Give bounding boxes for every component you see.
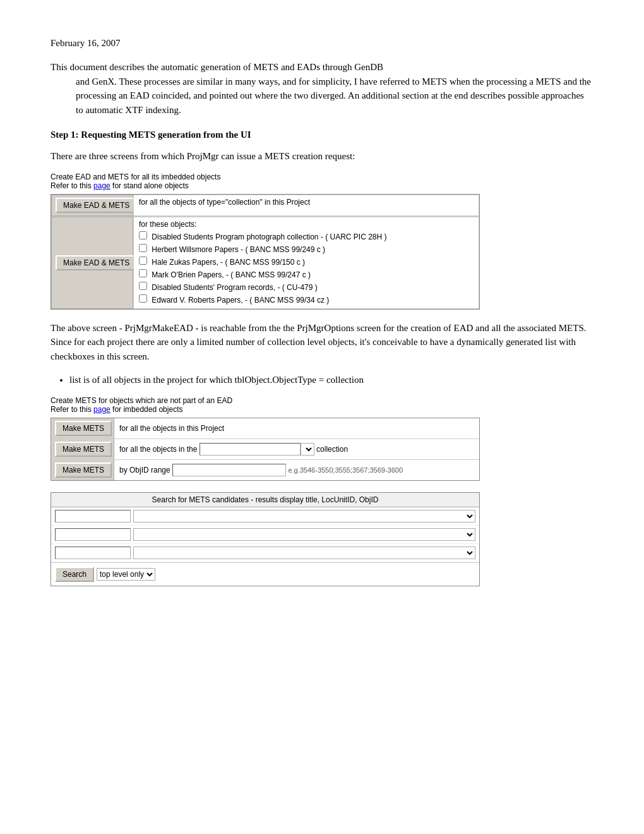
top-level-dropdown[interactable]: top level only xyxy=(97,568,155,581)
search-text-input-3[interactable] xyxy=(55,547,131,559)
checkbox-4[interactable] xyxy=(139,282,147,290)
mets-row2-pre: for all the objects in the xyxy=(119,445,197,454)
search-text-input-2[interactable] xyxy=(55,528,131,541)
ead-mets-row1-desc: for all the objects of type="collection"… xyxy=(133,195,479,216)
checkbox-2[interactable] xyxy=(139,257,147,265)
note2-block: Create METS for objects which are not pa… xyxy=(51,396,593,414)
mets-btn-cell-1: Make METS xyxy=(51,418,114,438)
checkbox-label-1: Herbert Willsmore Papers - ( BANC MSS 99… xyxy=(152,245,325,254)
mets-row3-desc: by ObjID range e.g.3546-3550;3555;3567;3… xyxy=(114,460,479,480)
checkbox-item-5[interactable]: Edward V. Roberts Papers, - ( BANC MSS 9… xyxy=(139,294,474,305)
mets-collection-dropdown[interactable] xyxy=(301,443,314,456)
mets-row2-post: collection xyxy=(316,445,348,454)
search-row-3 xyxy=(51,544,479,562)
note1-text: Create EAD and METS for all its imbedded… xyxy=(51,172,220,181)
intro-text-start: This document describes the automatic ge… xyxy=(51,62,383,72)
checkbox-5[interactable] xyxy=(139,294,147,303)
checkbox-item-2[interactable]: Hale Zukas Papers, - ( BANC MSS 99/150 c… xyxy=(139,257,474,267)
checkbox-label-4: Disabled Students' Program records, - ( … xyxy=(152,283,317,292)
make-ead-mets-btn-cell-1: Make EAD & METS xyxy=(51,195,133,216)
mets-row3-pre: by ObjID range xyxy=(119,466,170,474)
mets-btn-cell-2: Make METS xyxy=(51,439,114,459)
note2-suffix: for imbedded objects xyxy=(110,405,183,414)
note1-suffix: for stand alone objects xyxy=(110,181,189,190)
mets-range-input[interactable] xyxy=(172,464,286,476)
checkbox-3[interactable] xyxy=(139,269,147,277)
search-bottom: Search top level only xyxy=(51,562,479,586)
note2-link[interactable]: page xyxy=(93,405,110,414)
intro-text-indented: and GenX. These processes are similar in… xyxy=(76,75,593,118)
search-button[interactable]: Search xyxy=(55,567,94,582)
search-row-1 xyxy=(51,507,479,526)
search-dropdown-1[interactable] xyxy=(133,510,475,523)
above-screen-para: The above screen - PrjMgrMakeEAD - is re… xyxy=(51,321,593,364)
checkbox-item-4[interactable]: Disabled Students' Program records, - ( … xyxy=(139,282,474,292)
ead-mets-box: Make EAD & METS for all the objects of t… xyxy=(51,194,480,310)
make-ead-mets-button-1[interactable]: Make EAD & METS xyxy=(56,198,137,213)
document-date: February 16, 2007 xyxy=(51,38,593,49)
search-row-2 xyxy=(51,526,479,544)
checkbox-item-1[interactable]: Herbert Willsmore Papers - ( BANC MSS 99… xyxy=(139,244,474,254)
for-these-objects-label: for these objects: xyxy=(139,220,474,229)
checkbox-0[interactable] xyxy=(139,231,147,239)
search-dropdown-3[interactable] xyxy=(133,547,475,559)
make-ead-mets-btn-cell-2: Make EAD & METS xyxy=(51,217,133,309)
search-dropdown-2[interactable] xyxy=(133,528,475,541)
note1-link[interactable]: page xyxy=(93,181,110,190)
checkboxes-cell: for these objects: Disabled Students Pro… xyxy=(133,217,479,309)
note1-prefix: Refer to this xyxy=(51,181,93,190)
checkbox-label-3: Mark O'Brien Papers, - ( BANC MSS 99/247… xyxy=(152,270,311,279)
checkbox-item-3[interactable]: Mark O'Brien Papers, - ( BANC MSS 99/247… xyxy=(139,269,474,279)
make-ead-mets-button-2[interactable]: Make EAD & METS xyxy=(56,255,137,270)
bullet-list: list is of all objects in the project fo… xyxy=(69,372,593,387)
mets-collection-input[interactable] xyxy=(200,443,301,456)
search-text-input-1[interactable] xyxy=(55,510,131,523)
note2-text: Create METS for objects which are not pa… xyxy=(51,396,232,405)
make-mets-box: Make METS for all the objects in this Pr… xyxy=(51,418,480,481)
mets-row-3: Make METS by ObjID range e.g.3546-3550;3… xyxy=(51,460,479,480)
mets-row2-desc: for all the objects in the collection xyxy=(114,439,479,459)
search-box-title: Search for METS candidates - results dis… xyxy=(51,493,479,507)
checkbox-item-0[interactable]: Disabled Students Program photograph col… xyxy=(139,231,474,241)
intro-paragraph: This document describes the automatic ge… xyxy=(51,60,593,117)
mets-row1-desc: for all the objects in this Project xyxy=(114,418,479,438)
make-mets-button-3[interactable]: Make METS xyxy=(55,462,112,478)
checkbox-1[interactable] xyxy=(139,244,147,252)
mets-row-1: Make METS for all the objects in this Pr… xyxy=(51,418,479,439)
checkbox-label-0: Disabled Students Program photograph col… xyxy=(152,233,386,241)
make-mets-button-2[interactable]: Make METS xyxy=(55,442,112,457)
bullet-item-1: list is of all objects in the project fo… xyxy=(69,372,593,387)
mets-btn-cell-3: Make METS xyxy=(51,460,114,480)
mets-row3-placeholder-text: e.g.3546-3550;3555;3567;3569-3600 xyxy=(288,466,403,474)
note2-prefix: Refer to this xyxy=(51,405,93,414)
checkbox-label-2: Hale Zukas Papers, - ( BANC MSS 99/150 c… xyxy=(152,258,305,267)
make-mets-button-1[interactable]: Make METS xyxy=(55,421,112,436)
mets-row-2: Make METS for all the objects in the col… xyxy=(51,439,479,460)
search-box: Search for METS candidates - results dis… xyxy=(51,492,480,586)
step1-heading: Step 1: Requesting METS generation from … xyxy=(51,130,593,140)
note1-block: Create EAD and METS for all its imbedded… xyxy=(51,172,593,190)
checkbox-label-5: Edward V. Roberts Papers, - ( BANC MSS 9… xyxy=(152,296,329,305)
step1-intro: There are three screens from which ProjM… xyxy=(51,149,593,164)
